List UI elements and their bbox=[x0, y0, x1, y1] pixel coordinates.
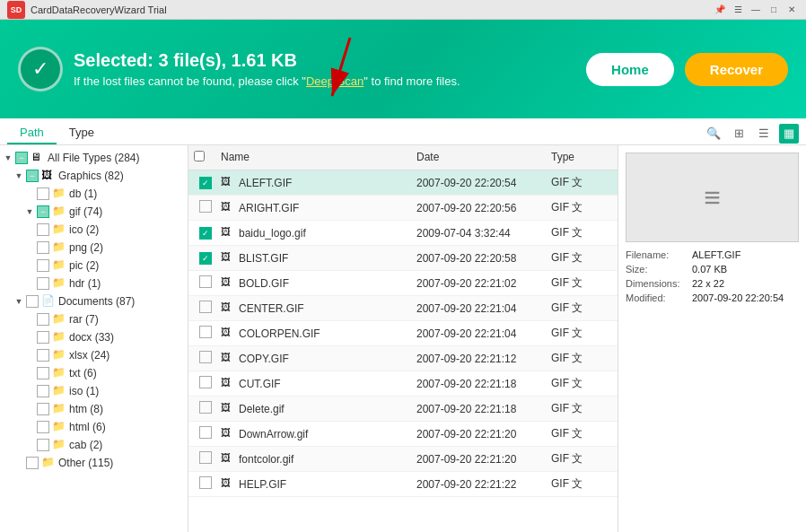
tree-checkbox[interactable] bbox=[37, 439, 49, 451]
title-bar-left: SD CardDataRecoveryWizard Trial bbox=[7, 1, 167, 19]
modified-value: 2007-09-20 22:20:54 bbox=[692, 292, 784, 303]
file-date: 2007-09-20 22:21:12 bbox=[411, 351, 546, 367]
table-row[interactable]: 🖼fontcolor.gif2007-09-20 22:21:20GIF 文 bbox=[188, 447, 618, 472]
tree-item[interactable]: 📁db (1) bbox=[0, 185, 188, 203]
file-checkbox[interactable]: ✓ bbox=[199, 177, 212, 189]
table-row[interactable]: 🖼DownArrow.gif2007-09-20 22:21:20GIF 文 bbox=[188, 422, 618, 447]
select-all-checkbox[interactable] bbox=[194, 151, 205, 161]
settings-icon[interactable]: ☰ bbox=[731, 3, 745, 17]
file-rows: ✓🖼ALEFT.GIF2007-09-20 22:20:54GIF 文🖼ARIG… bbox=[188, 170, 618, 497]
pin-icon[interactable]: 📌 bbox=[713, 3, 727, 17]
file-icon: 🖼 bbox=[221, 352, 235, 366]
file-checkbox[interactable] bbox=[199, 326, 212, 338]
list-icon[interactable]: ☰ bbox=[754, 124, 774, 144]
tree-item[interactable]: 📁ico (2) bbox=[0, 221, 188, 239]
tree-checkbox[interactable] bbox=[37, 403, 49, 415]
tree-item[interactable]: 📁rar (7) bbox=[0, 310, 188, 328]
tree-checkbox[interactable] bbox=[37, 188, 49, 200]
tree-item[interactable]: ▼−📁gif (74) bbox=[0, 203, 188, 221]
tree-item-label: txt (6) bbox=[69, 367, 97, 379]
tree-item-label: All File Types (284) bbox=[48, 152, 140, 164]
view-icon[interactable]: ▦ bbox=[779, 124, 799, 144]
tree-checkbox[interactable] bbox=[26, 295, 39, 308]
tree-item[interactable]: 📁png (2) bbox=[0, 239, 188, 257]
file-check-cell bbox=[188, 274, 215, 292]
tree-item[interactable]: 📁cab (2) bbox=[0, 436, 188, 454]
table-row[interactable]: 🖼COPY.GIF2007-09-20 22:21:12GIF 文 bbox=[188, 346, 618, 371]
tree-checkbox[interactable]: − bbox=[26, 170, 39, 182]
file-icon: 🖼 bbox=[221, 427, 235, 441]
tree-checkbox[interactable] bbox=[37, 385, 49, 397]
file-checkbox[interactable] bbox=[199, 200, 212, 213]
file-name-cell: 🖼DownArrow.gif bbox=[215, 425, 411, 443]
info-preview: ≡ bbox=[626, 153, 799, 242]
tree-item[interactable]: 📁htm (8) bbox=[0, 400, 188, 418]
tree-checkbox[interactable] bbox=[37, 277, 49, 290]
tab-path[interactable]: Path bbox=[7, 122, 57, 144]
tree-checkbox[interactable] bbox=[37, 421, 49, 433]
tree-item-icon: 📁 bbox=[52, 330, 66, 344]
file-checkbox[interactable] bbox=[199, 476, 212, 489]
tree-item-icon: 📁 bbox=[52, 366, 66, 380]
grid-icon[interactable]: ⊞ bbox=[729, 124, 749, 144]
file-checkbox[interactable] bbox=[199, 451, 212, 464]
file-name-cell: 🖼HELP.GIF bbox=[215, 475, 411, 493]
tree-checkbox[interactable]: − bbox=[37, 205, 49, 218]
tree-checkbox[interactable] bbox=[37, 331, 49, 344]
file-date: 2007-09-20 22:21:02 bbox=[411, 275, 546, 292]
tree-item[interactable]: ▼📄Documents (87) bbox=[0, 292, 188, 310]
tree-checkbox[interactable] bbox=[37, 259, 49, 272]
close-icon[interactable]: ✕ bbox=[784, 3, 799, 17]
file-checkbox[interactable]: ✓ bbox=[199, 227, 212, 240]
table-row[interactable]: 🖼CENTER.GIF2007-09-20 22:21:04GIF 文 bbox=[188, 296, 618, 321]
file-checkbox[interactable] bbox=[199, 351, 212, 363]
tree-item[interactable]: 📁docx (33) bbox=[0, 328, 188, 346]
file-checkbox[interactable] bbox=[199, 275, 212, 288]
tree-checkbox[interactable] bbox=[37, 223, 49, 236]
tree-item-label: pic (2) bbox=[69, 259, 99, 272]
table-row[interactable]: 🖼ARIGHT.GIF2007-09-20 22:20:56GIF 文 bbox=[188, 196, 618, 221]
tree-item[interactable]: ▼−🖼Graphics (82) bbox=[0, 167, 188, 185]
file-checkbox[interactable] bbox=[199, 301, 212, 313]
table-row[interactable]: 🖼Delete.gif2007-09-20 22:21:18GIF 文 bbox=[188, 397, 618, 422]
tree-item[interactable]: 📁Other (115) bbox=[0, 454, 188, 472]
tree-checkbox[interactable] bbox=[37, 313, 49, 326]
table-row[interactable]: 🖼HELP.GIF2007-09-20 22:21:22GIF 文 bbox=[188, 472, 618, 497]
file-checkbox[interactable] bbox=[199, 401, 212, 414]
tree-checkbox[interactable] bbox=[26, 457, 39, 469]
tree-item-icon: 📁 bbox=[52, 205, 66, 219]
tree-item[interactable]: 📁xlsx (24) bbox=[0, 346, 188, 364]
file-checkbox[interactable] bbox=[199, 376, 212, 388]
file-check-cell bbox=[188, 399, 215, 418]
tree-item[interactable]: ▼−🖥All File Types (284) bbox=[0, 149, 188, 167]
tree-item-icon: 📁 bbox=[52, 222, 66, 237]
minimize-icon[interactable]: — bbox=[749, 3, 763, 17]
deep-scan-link[interactable]: Deep Scan bbox=[306, 74, 364, 88]
tree-item[interactable]: 📁html (6) bbox=[0, 418, 188, 436]
tree-item[interactable]: 📁txt (6) bbox=[0, 364, 188, 382]
recover-button[interactable]: Recover bbox=[685, 53, 788, 86]
tree-checkbox[interactable] bbox=[37, 241, 49, 254]
tree-checkbox[interactable] bbox=[37, 349, 49, 362]
tree-checkbox[interactable]: − bbox=[15, 152, 28, 164]
table-row[interactable]: ✓🖼BLIST.GIF2007-09-20 22:20:58GIF 文 bbox=[188, 246, 618, 271]
table-row[interactable]: 🖼COLORPEN.GIF2007-09-20 22:21:04GIF 文 bbox=[188, 321, 618, 346]
table-row[interactable]: ✓🖼ALEFT.GIF2007-09-20 22:20:54GIF 文 bbox=[188, 170, 618, 196]
table-row[interactable]: 🖼BOLD.GIF2007-09-20 22:21:02GIF 文 bbox=[188, 271, 618, 296]
file-checkbox[interactable] bbox=[199, 426, 212, 439]
search-icon[interactable]: 🔍 bbox=[704, 124, 723, 144]
table-row[interactable]: 🖼CUT.GIF2007-09-20 22:21:18GIF 文 bbox=[188, 371, 618, 397]
tree-item[interactable]: 📁hdr (1) bbox=[0, 275, 188, 292]
tree-item[interactable]: 📁iso (1) bbox=[0, 382, 188, 400]
file-date: 2007-09-20 22:21:20 bbox=[411, 426, 546, 442]
file-list-header: Name Date Type bbox=[188, 145, 618, 170]
tree-checkbox[interactable] bbox=[37, 367, 49, 379]
file-checkbox[interactable]: ✓ bbox=[199, 252, 212, 265]
file-icon: 🖼 bbox=[221, 402, 235, 416]
tree-item[interactable]: 📁pic (2) bbox=[0, 257, 188, 275]
maximize-icon[interactable]: □ bbox=[767, 3, 781, 17]
home-button[interactable]: Home bbox=[586, 53, 674, 86]
file-icon: 🖼 bbox=[221, 176, 235, 190]
table-row[interactable]: ✓🖼baidu_logo.gif2009-07-04 3:32:44GIF 文 bbox=[188, 221, 618, 246]
tab-type[interactable]: Type bbox=[57, 122, 107, 144]
